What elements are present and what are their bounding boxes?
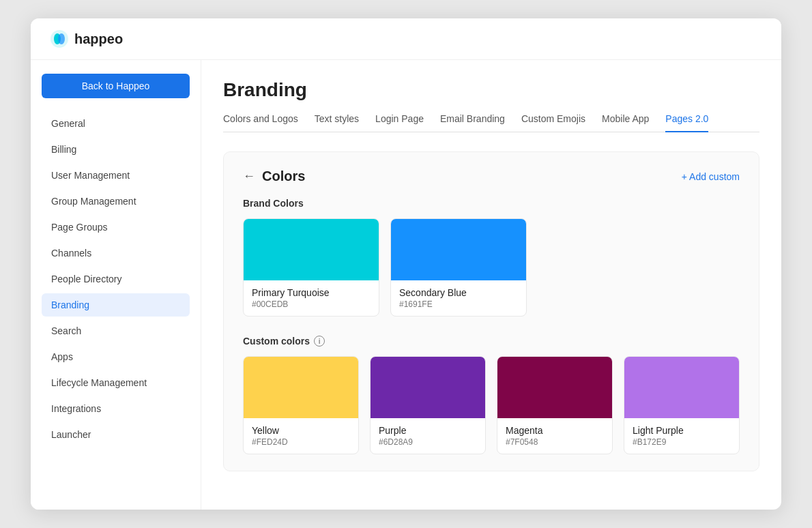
sidebar-item-launcher[interactable]: Launcher bbox=[42, 423, 190, 446]
sidebar-item-channels[interactable]: Channels bbox=[42, 241, 190, 265]
colors-title-row: ← Colors bbox=[243, 168, 305, 184]
add-custom-button[interactable]: + Add custom bbox=[682, 171, 740, 182]
color-info-magenta: Magenta #7F0548 bbox=[497, 418, 612, 454]
sidebar-item-people-directory[interactable]: People Directory bbox=[42, 267, 190, 291]
tab-custom-emojis[interactable]: Custom Emojis bbox=[521, 113, 585, 132]
color-info-purple: Purple #6D28A9 bbox=[371, 418, 485, 454]
color-swatch-light-purple bbox=[624, 357, 739, 418]
color-card-light-purple[interactable]: Light Purple #B172E9 bbox=[624, 356, 740, 454]
page-title: Branding bbox=[223, 79, 759, 101]
color-card-secondary-blue[interactable]: Secondary Blue #1691FE bbox=[390, 218, 527, 317]
color-info-light-purple: Light Purple #B172E9 bbox=[624, 418, 739, 454]
color-card-magenta[interactable]: Magenta #7F0548 bbox=[497, 356, 613, 454]
color-hex-light-purple: #B172E9 bbox=[633, 437, 731, 447]
color-swatch-primary-turquoise bbox=[244, 219, 379, 280]
color-swatch-secondary-blue bbox=[391, 219, 526, 280]
tab-colors-logos[interactable]: Colors and Logos bbox=[223, 113, 298, 132]
tab-text-styles[interactable]: Text styles bbox=[315, 113, 359, 132]
color-swatch-magenta bbox=[497, 357, 612, 418]
color-hex-primary-turquoise: #00CEDB bbox=[252, 299, 371, 309]
custom-colors-label: Custom colors i bbox=[243, 336, 740, 347]
sidebar-item-general[interactable]: General bbox=[42, 112, 190, 135]
color-name-primary-turquoise: Primary Turquoise bbox=[252, 287, 371, 298]
topbar: happeo bbox=[31, 18, 781, 60]
color-info-primary-turquoise: Primary Turquoise #00CEDB bbox=[244, 280, 379, 316]
logo: happeo bbox=[50, 29, 123, 48]
color-info-secondary-blue: Secondary Blue #1691FE bbox=[391, 280, 526, 316]
color-card-purple[interactable]: Purple #6D28A9 bbox=[370, 356, 486, 454]
logo-icon bbox=[50, 29, 69, 48]
sidebar: Back to Happeo General Billing User Mana… bbox=[31, 60, 201, 510]
sidebar-item-user-management[interactable]: User Management bbox=[42, 164, 190, 187]
color-name-magenta: Magenta bbox=[506, 425, 604, 436]
sidebar-item-lifecycle-management[interactable]: Lifecycle Management bbox=[42, 371, 190, 394]
sidebar-item-integrations[interactable]: Integrations bbox=[42, 397, 190, 420]
color-hex-yellow: #FED24D bbox=[252, 437, 350, 447]
sidebar-item-group-management[interactable]: Group Management bbox=[42, 190, 190, 213]
main-layout: Back to Happeo General Billing User Mana… bbox=[31, 60, 781, 510]
app-window: happeo Back to Happeo General Billing Us… bbox=[31, 18, 781, 510]
sidebar-item-apps[interactable]: Apps bbox=[42, 345, 190, 368]
back-arrow-icon[interactable]: ← bbox=[243, 169, 255, 184]
back-to-happeo-button[interactable]: Back to Happeo bbox=[42, 74, 190, 98]
tab-bar: Colors and Logos Text styles Login Page … bbox=[223, 113, 759, 132]
colors-header: ← Colors + Add custom bbox=[243, 168, 740, 184]
color-hex-secondary-blue: #1691FE bbox=[399, 299, 518, 309]
brand-color-cards: Primary Turquoise #00CEDB Secondary Blue… bbox=[243, 218, 740, 317]
tab-mobile-app[interactable]: Mobile App bbox=[602, 113, 649, 132]
color-name-purple: Purple bbox=[379, 425, 477, 436]
color-card-primary-turquoise[interactable]: Primary Turquoise #00CEDB bbox=[243, 218, 379, 317]
svg-point-2 bbox=[58, 33, 65, 44]
content-area: Branding Colors and Logos Text styles Lo… bbox=[201, 60, 781, 510]
colors-section-title: Colors bbox=[262, 168, 305, 184]
color-card-yellow[interactable]: Yellow #FED24D bbox=[243, 356, 359, 454]
sidebar-item-search[interactable]: Search bbox=[42, 319, 190, 342]
tab-pages-2[interactable]: Pages 2.0 bbox=[665, 113, 708, 132]
tab-email-branding[interactable]: Email Branding bbox=[440, 113, 505, 132]
sidebar-item-page-groups[interactable]: Page Groups bbox=[42, 216, 190, 239]
brand-colors-label: Brand Colors bbox=[243, 198, 740, 209]
sidebar-item-branding[interactable]: Branding bbox=[42, 293, 190, 317]
logo-text: happeo bbox=[74, 31, 123, 47]
color-hex-magenta: #7F0548 bbox=[506, 437, 604, 447]
custom-color-cards: Yellow #FED24D Purple #6D28A9 bbox=[243, 356, 740, 454]
color-name-yellow: Yellow bbox=[252, 425, 350, 436]
color-hex-purple: #6D28A9 bbox=[379, 437, 477, 447]
color-swatch-purple bbox=[371, 357, 485, 418]
colors-panel: ← Colors + Add custom Brand Colors Prima… bbox=[223, 151, 759, 471]
info-icon[interactable]: i bbox=[314, 336, 325, 347]
color-name-secondary-blue: Secondary Blue bbox=[399, 287, 518, 298]
sidebar-item-billing[interactable]: Billing bbox=[42, 138, 190, 161]
color-swatch-yellow bbox=[244, 357, 358, 418]
tab-login-page[interactable]: Login Page bbox=[375, 113, 424, 132]
color-info-yellow: Yellow #FED24D bbox=[244, 418, 358, 454]
color-name-light-purple: Light Purple bbox=[633, 425, 731, 436]
